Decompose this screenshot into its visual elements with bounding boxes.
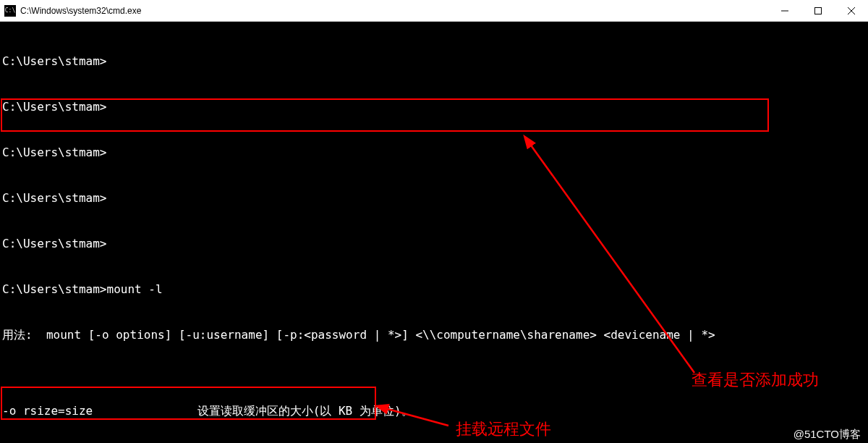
term-line: C:\Users\stmam> xyxy=(2,99,866,114)
window-title: C:\Windows\system32\cmd.exe xyxy=(20,6,768,16)
maximize-button[interactable] xyxy=(801,0,835,21)
minimize-button[interactable] xyxy=(768,0,801,21)
terminal-output[interactable]: C:\Users\stmam> C:\Users\stmam> C:\Users… xyxy=(0,22,868,443)
app-icon: C:\ xyxy=(4,5,16,17)
watermark: @51CTO博客 xyxy=(793,428,861,442)
term-line: C:\Users\stmam> xyxy=(2,190,866,206)
term-line: C:\Users\stmam> xyxy=(2,236,866,251)
close-button[interactable] xyxy=(835,0,868,21)
term-line: -o rsize=size 设置读取缓冲区的大小(以 KB 为单位)。 xyxy=(2,403,866,418)
svg-rect-1 xyxy=(815,7,822,14)
term-line: C:\Users\stmam>mount -l xyxy=(2,282,866,297)
window-controls xyxy=(768,0,868,21)
app-icon-glyph: C:\ xyxy=(5,7,15,14)
term-line: C:\Users\stmam> xyxy=(2,54,866,69)
titlebar[interactable]: C:\ C:\Windows\system32\cmd.exe xyxy=(0,0,868,22)
cmd-window: C:\ C:\Windows\system32\cmd.exe C:\Users… xyxy=(0,0,868,443)
term-line: C:\Users\stmam> xyxy=(2,145,866,160)
term-line: 用法: mount [-o options] [-u:username] [-p… xyxy=(2,327,866,342)
